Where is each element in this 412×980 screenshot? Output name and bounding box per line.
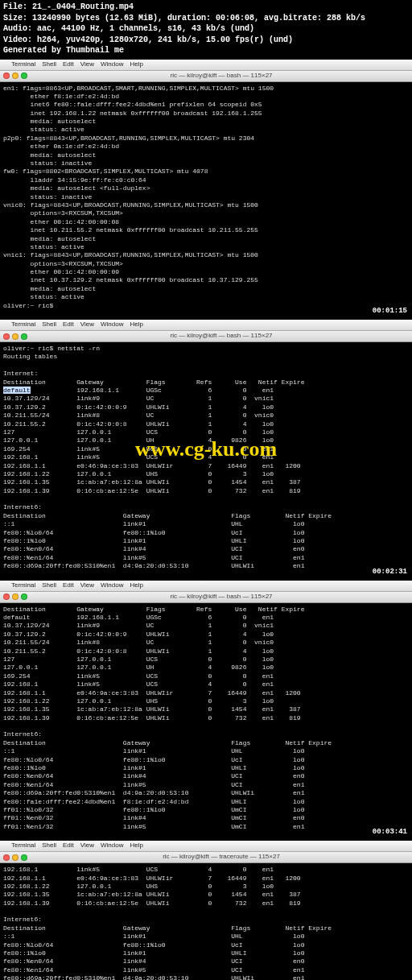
window-titlebar[interactable]: ric — kilroy@kift — traceroute — 115×27 <box>0 852 412 863</box>
meta-audio: Audio: aac, 44100 Hz, 1 channels, s16, 4… <box>3 23 409 35</box>
terminal-panel-3: TerminalShellEditViewWindowHelpric — kil… <box>0 841 412 980</box>
window-title: ric — kilroy@kift — bash — 115×27 <box>34 72 409 80</box>
window-title: ric — kilroy@kift — traceroute — 115×27 <box>34 853 409 861</box>
minimize-icon[interactable] <box>12 854 19 861</box>
menu-item-window[interactable]: Window <box>101 320 123 329</box>
menu-item-edit[interactable]: Edit <box>63 581 74 589</box>
menubar[interactable]: TerminalShellEditViewWindowHelp <box>0 581 412 592</box>
menu-item-terminal[interactable]: Terminal <box>11 320 35 329</box>
video-metadata: File: 21_-_0404_Routing.mp4 Size: 132409… <box>0 0 412 58</box>
menu-item-view[interactable]: View <box>80 841 94 850</box>
menu-item-shell[interactable]: Shell <box>42 841 56 850</box>
terminal-output[interactable]: 192.168.1 link#5 UCS 4 0 en1 192.168.1.1… <box>0 863 412 980</box>
menu-item-edit[interactable]: Edit <box>63 841 74 850</box>
menubar[interactable]: TerminalShellEditViewWindowHelp <box>0 60 412 71</box>
zoom-icon[interactable] <box>21 593 27 600</box>
menu-item-window[interactable]: Window <box>101 841 123 850</box>
menu-item-terminal[interactable]: Terminal <box>11 60 35 68</box>
video-timestamp: 00:03:41 <box>373 828 407 837</box>
minimize-icon[interactable] <box>12 72 19 79</box>
window-title: ric — kilroy@kift — bash — 115×27 <box>34 593 409 601</box>
traffic-lights <box>3 593 27 600</box>
close-icon[interactable] <box>3 593 10 600</box>
terminal-output[interactable]: Destination Gateway Flags Refs Use Netif… <box>0 603 412 840</box>
menu-item-shell[interactable]: Shell <box>42 60 56 68</box>
window-titlebar[interactable]: ric — kilroy@kift — bash — 115×27 <box>0 592 412 603</box>
menu-item-shell[interactable]: Shell <box>42 581 56 589</box>
meta-video: Video: h264, yuv420p, 1280x720, 241 kb/s… <box>3 35 409 46</box>
menu-item-view[interactable]: View <box>80 60 94 68</box>
menubar[interactable]: TerminalShellEditViewWindowHelp <box>0 320 412 331</box>
window-title: ric — kilroy@kift — bash — 115×27 <box>34 332 409 340</box>
menu-item-help[interactable]: Help <box>130 60 142 68</box>
terminal-panel-2: TerminalShellEditViewWindowHelpric — kil… <box>0 581 412 840</box>
meta-size: Size: 13240990 bytes (12.63 MiB), durati… <box>3 13 409 24</box>
terminal-output[interactable]: oliver:~ ric$ netstat -rn Routing tables… <box>0 342 412 579</box>
menu-item-window[interactable]: Window <box>101 60 123 68</box>
terminal-output[interactable]: en1: flags=8863<UP,BROADCAST,SMART,RUNNI… <box>0 82 412 319</box>
menubar[interactable]: TerminalShellEditViewWindowHelp <box>0 841 412 852</box>
terminal-panel-1: TerminalShellEditViewWindowHelpric — kil… <box>0 320 412 579</box>
zoom-icon[interactable] <box>21 72 27 79</box>
video-timestamp: 00:01:15 <box>373 307 407 316</box>
menu-item-help[interactable]: Help <box>130 581 142 589</box>
window-titlebar[interactable]: ric — kilroy@kift — bash — 115×27 <box>0 71 412 82</box>
minimize-icon[interactable] <box>12 333 19 340</box>
close-icon[interactable] <box>3 854 10 861</box>
menu-item-edit[interactable]: Edit <box>63 320 74 329</box>
close-icon[interactable] <box>3 72 10 79</box>
traffic-lights <box>3 333 27 340</box>
menu-item-shell[interactable]: Shell <box>42 320 56 329</box>
menu-item-edit[interactable]: Edit <box>63 60 74 68</box>
meta-file: File: 21_-_0404_Routing.mp4 <box>3 2 409 13</box>
zoom-icon[interactable] <box>21 854 27 861</box>
menu-item-help[interactable]: Help <box>130 841 142 850</box>
highlighted-text: default <box>3 387 31 394</box>
menu-item-help[interactable]: Help <box>130 320 142 329</box>
minimize-icon[interactable] <box>12 593 19 600</box>
menu-item-terminal[interactable]: Terminal <box>11 841 35 850</box>
menu-item-view[interactable]: View <box>80 320 94 329</box>
traffic-lights <box>3 72 27 79</box>
menu-item-window[interactable]: Window <box>101 581 123 589</box>
menu-item-terminal[interactable]: Terminal <box>11 581 35 589</box>
close-icon[interactable] <box>3 333 10 340</box>
meta-generator: Generated by Thumbnail me <box>3 45 409 56</box>
video-timestamp: 00:02:31 <box>373 568 407 577</box>
window-titlebar[interactable]: ric — kilroy@kift — bash — 115×27 <box>0 331 412 342</box>
traffic-lights <box>3 854 27 861</box>
terminal-panel-0: TerminalShellEditViewWindowHelpric — kil… <box>0 60 412 319</box>
menu-item-view[interactable]: View <box>80 581 94 589</box>
zoom-icon[interactable] <box>21 333 27 340</box>
